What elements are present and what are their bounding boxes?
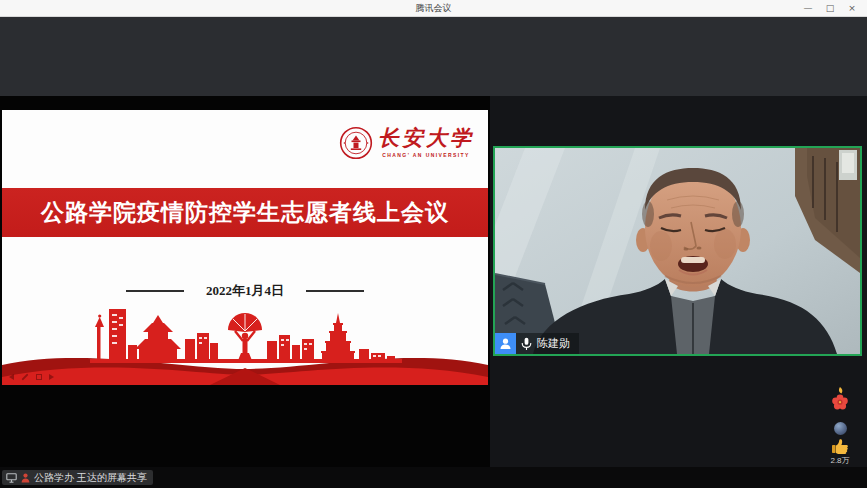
date-rule-right	[306, 290, 364, 292]
presenter-toolbar	[9, 374, 54, 380]
video-panel: 陈建勋	[490, 96, 867, 467]
sharer-icon	[21, 473, 30, 483]
slide-date-row: 2022年1月4日	[2, 282, 488, 300]
reactions-column: 2.8万	[823, 386, 857, 466]
share-status-chip: 公路学办 王达的屏幕共享	[2, 470, 153, 485]
like-reaction-icon	[831, 438, 849, 454]
app-window: 腾讯会议 — □ ×	[0, 0, 867, 488]
flower-reaction-icon	[828, 386, 852, 413]
close-button[interactable]: ×	[841, 0, 863, 16]
presenter-next-button[interactable]	[49, 374, 54, 380]
slide-date: 2022年1月4日	[206, 282, 284, 300]
monitor-icon	[6, 473, 17, 483]
window-controls: — □ ×	[797, 0, 863, 16]
screen-share-region: 长安大学 CHANG' AN UNIVERSITY 公路学院疫情防控学生志愿者线…	[0, 96, 490, 467]
top-strip	[0, 17, 867, 96]
arrow-left-icon	[9, 374, 14, 380]
share-status-label: 公路学办 王达的屏幕共享	[34, 471, 147, 485]
titlebar: 腾讯会议 — □ ×	[0, 0, 867, 17]
city-skyline-art	[2, 303, 488, 385]
maximize-button[interactable]: □	[819, 0, 841, 16]
presentation-slide: 长安大学 CHANG' AN UNIVERSITY 公路学院疫情防控学生志愿者线…	[2, 110, 488, 385]
date-rule-left	[126, 290, 184, 292]
participant-name: 陈建勋	[537, 336, 570, 351]
participant-avatar	[495, 333, 516, 354]
logo-en-text: CHANG' AN UNIVERSITY	[382, 152, 469, 158]
window-title: 腾讯会议	[0, 0, 867, 16]
arrow-right-icon	[49, 374, 54, 380]
presenter-menu-button[interactable]	[36, 374, 42, 380]
menu-icon	[36, 374, 42, 380]
participant-name-tag: 陈建勋	[495, 333, 579, 354]
participant-video-feed	[495, 148, 860, 354]
mic-icon	[521, 337, 532, 351]
university-logo: 长安大学 CHANG' AN UNIVERSITY	[339, 126, 474, 160]
pen-icon	[21, 373, 28, 380]
presenter-prev-button[interactable]	[9, 374, 14, 380]
bottom-bar: 公路学办 王达的屏幕共享	[0, 467, 867, 488]
active-speaker-video[interactable]: 陈建勋	[493, 146, 862, 356]
slide-title-banner: 公路学院疫情防控学生志愿者线上会议	[2, 188, 488, 237]
logo-cn-text: 长安大学	[378, 126, 474, 150]
reaction-avatar	[834, 422, 847, 435]
university-seal-icon	[339, 126, 373, 160]
person-icon	[499, 337, 512, 350]
minimize-button[interactable]: —	[797, 0, 819, 16]
presenter-pen-button[interactable]	[21, 376, 29, 378]
like-count: 2.8万	[830, 455, 849, 466]
slide-title: 公路学院疫情防控学生志愿者线上会议	[41, 197, 449, 228]
